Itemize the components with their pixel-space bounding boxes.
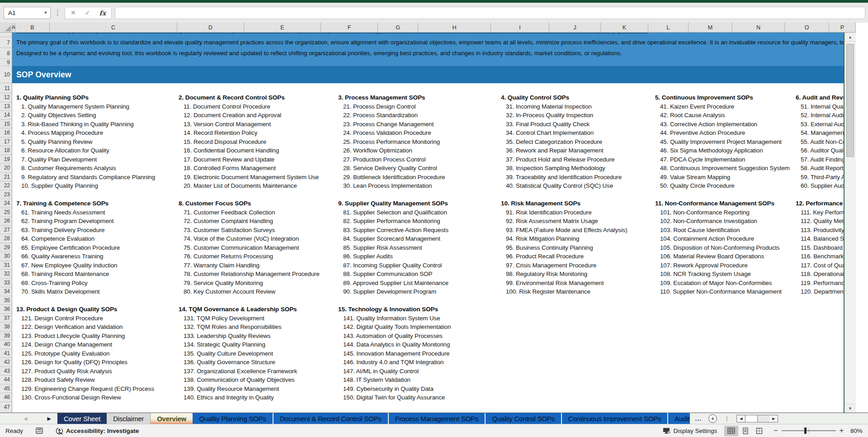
- sop-item[interactable]: 147. AI/ML in Quality Control: [338, 367, 451, 376]
- row-header-25[interactable]: 25: [0, 208, 12, 217]
- sop-item[interactable]: 33. Final Product Quality Check: [501, 120, 627, 129]
- sop-item[interactable]: 86. Supplier Audits: [338, 252, 451, 261]
- row-header-46[interactable]: 46: [0, 393, 12, 402]
- sop-item[interactable]: 146. Industry 4.0 and TQM Integration: [338, 358, 451, 367]
- sheet-tab-audit[interactable]: Audit: [668, 413, 690, 424]
- sop-item[interactable]: 46. Six Sigma Methodology Application: [655, 146, 790, 155]
- sop-item[interactable]: 35. Defect Categorization Procedure: [501, 138, 627, 147]
- sop-section-title[interactable]: 9. Supplier Quality Management SOPs: [338, 199, 451, 208]
- sop-item[interactable]: 143. Automation of Quality Processes: [338, 332, 451, 341]
- sop-section-title[interactable]: 8. Customer Focus SOPs: [179, 199, 320, 208]
- sop-item[interactable]: 109. Escalation of Major Non-Conformitie…: [655, 279, 790, 288]
- row-header-43[interactable]: 43: [0, 367, 12, 376]
- sop-item[interactable]: 99. Environmental Risk Management: [501, 279, 627, 288]
- horizontal-scroll-thumb[interactable]: [745, 415, 758, 422]
- name-box[interactable]: A1 ▼: [4, 7, 51, 19]
- sop-item[interactable]: 27. Production Process Control: [338, 155, 451, 164]
- sop-item[interactable]: 101. Non-Conformance Reporting: [655, 208, 790, 217]
- sop-item[interactable]: 23. Process Change Management: [338, 120, 451, 129]
- row-header-28[interactable]: 28: [0, 234, 12, 243]
- sop-item[interactable]: 53. External Audit Preparation: [796, 120, 844, 129]
- sop-item[interactable]: 48. Continuous Improvement Suggestion Sy…: [655, 164, 790, 173]
- row-header-24[interactable]: 24: [0, 199, 12, 208]
- sop-item[interactable]: 17. Document Review and Update: [179, 155, 320, 164]
- sop-item[interactable]: 128. Product Safety Review: [16, 375, 155, 385]
- sop-item[interactable]: 139. Quality Resource Management: [179, 385, 320, 394]
- sop-item[interactable]: 148. IT System Validation: [338, 375, 451, 385]
- sop-item[interactable]: 150. Digital Twin for Quality Assurance: [338, 393, 451, 402]
- sop-item[interactable]: 55. Audit Non-Conformance Handling: [796, 138, 844, 147]
- sop-item[interactable]: 49. Value Stream Mapping: [655, 173, 790, 182]
- sop-item[interactable]: 108. NCR Tracking System Usage: [655, 270, 790, 279]
- column-header-C[interactable]: C: [50, 23, 177, 32]
- sop-item[interactable]: 89. Approved Supplier List Maintenance: [338, 279, 451, 288]
- sop-section-title[interactable]: 10. Risk Management SOPs: [501, 199, 627, 208]
- sop-item[interactable]: 82. Supplier Performance Monitoring: [338, 217, 451, 226]
- sop-item[interactable]: 135. Quality Culture Development: [179, 349, 320, 358]
- sop-item[interactable]: 80. Key Customer Account Review: [179, 287, 320, 296]
- page-break-view-button[interactable]: [752, 426, 766, 436]
- formula-input[interactable]: [115, 7, 865, 19]
- sop-item[interactable]: 94. Risk Mitigation Planning: [501, 234, 627, 243]
- macro-record-icon[interactable]: [36, 428, 43, 434]
- sop-section-title[interactable]: 11. Non-Conformance Management SOPs: [655, 199, 790, 208]
- sop-item[interactable]: 64. Competence Evaluation: [16, 234, 155, 243]
- sop-item[interactable]: 25. Process Performance Monitoring: [338, 138, 451, 147]
- row-header-9[interactable]: 9: [0, 59, 12, 66]
- sop-item[interactable]: 121. Design Control Procedure: [16, 314, 155, 323]
- sop-item[interactable]: 13. Version Control Management: [179, 120, 320, 129]
- sheet-tab-continuous-improvement-sops[interactable]: Continuous Improvement SOPs: [562, 413, 669, 424]
- horizontal-scrollbar[interactable]: ◀ ▶: [736, 415, 778, 423]
- row-header-7[interactable]: 7: [0, 37, 12, 48]
- sop-item[interactable]: 131. TQM Policy Development: [179, 314, 320, 323]
- sop-item[interactable]: 96. Product Recall Procedure: [501, 252, 627, 261]
- sop-item[interactable]: 45. Quality Improvement Project Manageme…: [655, 138, 790, 147]
- row-header-15[interactable]: 15: [0, 120, 12, 129]
- enter-icon[interactable]: ✓: [85, 9, 90, 16]
- row-header-11[interactable]: 11: [0, 83, 12, 93]
- sop-item[interactable]: 54. Management Review Procedure: [796, 128, 844, 138]
- tab-splitter-icon[interactable]: ⋮: [724, 415, 730, 422]
- row-header-16[interactable]: 16: [0, 128, 12, 138]
- tab-nav-left-icon[interactable]: ◀: [24, 416, 27, 422]
- sop-section-title[interactable]: 1. Quality Planning SOPs: [16, 93, 155, 102]
- sop-item[interactable]: 78. Customer Relationship Management Pro…: [179, 270, 320, 279]
- row-header-33[interactable]: 33: [0, 279, 12, 288]
- sop-item[interactable]: 75. Customer Communication Management: [179, 243, 320, 252]
- sop-item[interactable]: 83. Supplier Corrective Action Requests: [338, 226, 451, 235]
- normal-view-button[interactable]: [724, 426, 738, 436]
- sop-item[interactable]: 102. Non-Conformance Investigation: [655, 217, 790, 226]
- row-header-27[interactable]: 27: [0, 226, 12, 235]
- sop-item[interactable]: 61. Training Needs Assessment: [16, 208, 155, 217]
- sop-item[interactable]: 32. In-Process Quality Inspection: [501, 111, 627, 120]
- sop-item[interactable]: 56. Auditor Qualification: [796, 146, 844, 155]
- vertical-scrollbar[interactable]: ▲ ▼: [844, 33, 856, 413]
- sop-item[interactable]: 70. Skills Matrix Development: [16, 287, 155, 296]
- row-header-19[interactable]: 19: [0, 155, 12, 164]
- sop-item[interactable]: 141. Quality Information System Use: [338, 314, 451, 323]
- sop-item[interactable]: 16. Confidential Document Handling: [179, 146, 320, 155]
- sop-item[interactable]: 111. Key Performance Indicators: [796, 208, 844, 217]
- scroll-right-icon[interactable]: ▶: [769, 415, 778, 422]
- tab-nav-right-icon[interactable]: ▶: [47, 416, 51, 422]
- sop-item[interactable]: 138. Communication of Quality Objectives: [179, 375, 320, 385]
- sop-item[interactable]: 100. Risk Register Maintenance: [501, 287, 627, 296]
- scroll-left-icon[interactable]: ◀: [737, 415, 745, 422]
- sop-item[interactable]: 134. Strategic Quality Planning: [179, 340, 320, 349]
- column-header-O[interactable]: O: [785, 23, 829, 32]
- sop-item[interactable]: 85. Supplier Risk Assessment: [338, 243, 451, 252]
- sop-item[interactable]: 14. Record Retention Policy: [179, 128, 320, 138]
- column-header-F[interactable]: F: [321, 23, 378, 32]
- sop-item[interactable]: 38. Inspection Sampling Methodology: [501, 164, 627, 173]
- column-header-M[interactable]: M: [689, 23, 732, 32]
- sop-item[interactable]: 58. Audit Report Creation: [796, 164, 844, 173]
- sop-item[interactable]: 57. Audit Findings Follow-up: [796, 155, 844, 164]
- sop-item[interactable]: 104. Containment Action Procedure: [655, 234, 790, 243]
- scroll-down-icon[interactable]: ▼: [844, 404, 856, 413]
- sop-item[interactable]: 125. Prototype Quality Evaluation: [16, 349, 155, 358]
- sop-item[interactable]: 3. Risk-Based Thinking in Quality Planni…: [16, 120, 155, 129]
- sop-item[interactable]: 68. Training Record Maintenance: [16, 270, 155, 279]
- row-header-31[interactable]: 31: [0, 261, 12, 270]
- sheet-tab-cover-sheet[interactable]: Cover Sheet: [57, 413, 107, 424]
- row-header-30[interactable]: 30: [0, 252, 12, 261]
